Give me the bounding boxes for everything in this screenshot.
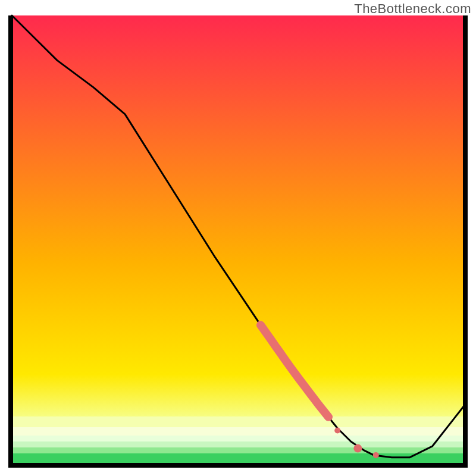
svg-rect-2	[12, 436, 464, 441]
svg-rect-5	[12, 453, 464, 464]
svg-rect-7	[463, 15, 468, 468]
svg-rect-6	[8, 15, 13, 468]
svg-point-11	[373, 452, 379, 458]
svg-rect-0	[12, 416, 464, 427]
watermark-text: TheBottleneck.com	[354, 1, 471, 17]
bottleneck-chart	[0, 0, 476, 476]
svg-point-9	[334, 428, 340, 434]
svg-point-10	[353, 444, 362, 453]
gradient-background	[12, 15, 464, 464]
svg-rect-3	[12, 441, 464, 447]
svg-rect-4	[12, 447, 464, 453]
svg-rect-1	[12, 427, 464, 436]
chart-container: TheBottleneck.com	[0, 0, 476, 476]
svg-rect-8	[8, 463, 468, 468]
